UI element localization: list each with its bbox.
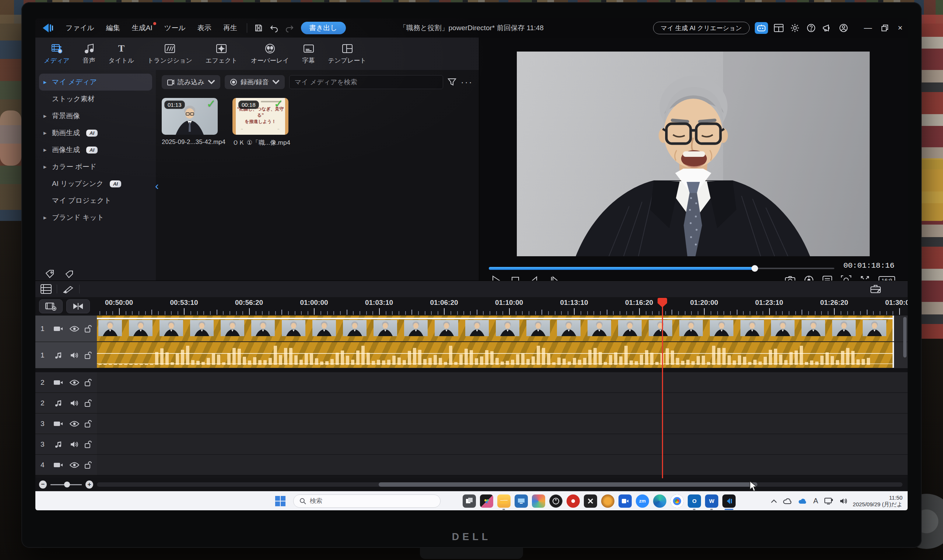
tab-メディア[interactable]: メディア <box>38 41 76 67</box>
start-button[interactable] <box>274 495 287 507</box>
undo-icon[interactable] <box>268 23 280 34</box>
collapse-panel-icon[interactable]: ‹ <box>155 180 159 191</box>
sidebar-item-画像生成[interactable]: ▶画像生成AI <box>39 142 152 158</box>
media-item-slide[interactable]: “把握し、つなぎ、見守る” を推進しよう！ ～ ～ 00:18 ✓ ＯＫ ①「職… <box>233 98 288 147</box>
tab-オーバーレイ[interactable]: オーバーレイ <box>245 41 296 67</box>
display-icon[interactable] <box>824 498 833 505</box>
taskbar-app-outlook[interactable]: O <box>688 494 701 508</box>
ai-assistant-icon[interactable] <box>755 22 768 34</box>
my-ai-creations-button[interactable]: マイ 生成 AI クリエーション <box>653 22 750 34</box>
taskbar-app-chrome[interactable] <box>670 494 684 508</box>
taskbar-app-zoom[interactable]: zm <box>636 494 649 508</box>
help-icon[interactable] <box>806 23 817 34</box>
taskbar-app-edge[interactable] <box>653 494 666 508</box>
lock-track-icon[interactable] <box>84 325 92 333</box>
media-item-video[interactable]: 01:13 ✓ 2025-09-2...35-42.mp4 <box>162 98 218 147</box>
add-track-button[interactable] <box>39 299 63 313</box>
import-media-button[interactable]: 読み込み <box>162 75 220 89</box>
sidebar-item-AI リップシンク[interactable]: AI リップシンクAI <box>39 175 152 192</box>
account-icon[interactable] <box>838 23 849 34</box>
toggle-visibility-icon[interactable] <box>66 326 83 332</box>
toggle-visibility-icon[interactable] <box>66 380 83 386</box>
volume-icon[interactable] <box>840 498 847 505</box>
lock-track-icon[interactable] <box>84 399 92 407</box>
timeline-clip-video[interactable] <box>97 315 894 341</box>
track-lane[interactable] <box>97 414 908 434</box>
layout-icon[interactable] <box>773 23 784 34</box>
horizontal-scrollbar[interactable] <box>97 482 903 487</box>
redo-icon[interactable] <box>284 23 295 34</box>
taskbar-search[interactable]: 検索 <box>293 494 441 508</box>
tab-音声[interactable]: 音声 <box>77 41 102 67</box>
taskbar-app-file-explorer[interactable] <box>497 494 510 508</box>
record-button[interactable]: 録画/録音 <box>225 75 285 89</box>
toggle-visibility-icon[interactable] <box>66 462 83 468</box>
lock-track-icon[interactable] <box>84 461 92 469</box>
tag-icon[interactable] <box>45 269 55 278</box>
horizontal-scrollbar-thumb[interactable] <box>379 482 757 487</box>
toggle-visibility-icon[interactable] <box>66 421 83 427</box>
taskbar-app-task-view[interactable] <box>463 494 476 508</box>
sidebar-item-マイ メディア[interactable]: ▶マイ メディア <box>39 74 152 91</box>
taskbar-app-power-media[interactable] <box>601 494 615 508</box>
taskbar-app-cyberlink-capture[interactable] <box>618 494 632 508</box>
track-lane[interactable] <box>97 393 908 414</box>
track-lane[interactable] <box>97 372 908 393</box>
toggle-mute-icon[interactable] <box>66 441 83 448</box>
menu-ツール[interactable]: ツール <box>159 20 191 36</box>
tray-chevron-icon[interactable] <box>771 499 777 503</box>
track-lane[interactable] <box>97 315 908 342</box>
menu-表示[interactable]: 表示 <box>191 20 217 36</box>
minimize-button[interactable]: — <box>864 23 872 33</box>
track-lane[interactable] <box>97 434 908 455</box>
toolbox-icon[interactable] <box>870 284 882 294</box>
ime-indicator[interactable]: A <box>814 497 818 505</box>
taskbar-app-app-x[interactable] <box>584 494 597 508</box>
announcements-icon[interactable] <box>822 23 833 34</box>
cloud-icon[interactable] <box>783 498 792 504</box>
zoom-slider[interactable] <box>51 480 82 489</box>
more-options-icon[interactable]: ··· <box>461 77 473 87</box>
sidebar-item-カラー ボード[interactable]: ▶カラー ボード <box>39 158 152 175</box>
zoom-out-button[interactable]: − <box>39 480 47 489</box>
lock-track-icon[interactable] <box>84 351 92 359</box>
menu-生成AI[interactable]: 生成AI <box>126 20 159 36</box>
tab-テンプレート[interactable]: テンプレート <box>322 41 373 67</box>
track-lane[interactable] <box>97 342 908 369</box>
taskbar-app-photos[interactable] <box>480 494 493 508</box>
lock-track-icon[interactable] <box>84 440 92 448</box>
timeline-clip-audio[interactable] <box>97 342 894 368</box>
filter-icon[interactable] <box>448 78 456 86</box>
taskbar-app-powerdirector[interactable] <box>723 494 736 508</box>
sidebar-item-動画生成[interactable]: ▶動画生成AI <box>39 125 152 142</box>
menu-編集[interactable]: 編集 <box>100 20 126 36</box>
settings-gear-icon[interactable] <box>789 23 800 34</box>
lock-track-icon[interactable] <box>84 378 92 386</box>
seek-handle[interactable] <box>752 265 758 272</box>
toggle-mute-icon[interactable] <box>66 352 83 358</box>
snap-trim-button[interactable] <box>66 299 90 313</box>
taskbar-clock[interactable]: 11:50 2025/09/29 (月)だよ <box>853 494 903 508</box>
tab-エフェクト[interactable]: エフェクト <box>199 41 244 67</box>
tab-トランジション[interactable]: トランジション <box>141 41 199 67</box>
close-button[interactable]: × <box>898 23 903 33</box>
taskbar-app-copilot[interactable] <box>532 494 545 508</box>
media-search-input[interactable] <box>289 75 443 89</box>
menu-再生[interactable]: 再生 <box>217 20 243 36</box>
taskbar-app-screen-viewer[interactable] <box>515 494 528 508</box>
sidebar-item-ブランド キット[interactable]: ▶ブランド キット <box>39 209 152 226</box>
menu-ファイル[interactable]: ファイル <box>60 20 100 36</box>
sidebar-item-背景画像[interactable]: ▶背景画像 <box>39 108 152 125</box>
lock-track-icon[interactable] <box>84 420 92 428</box>
track-manager-icon[interactable] <box>40 284 52 294</box>
export-button[interactable]: 書き出し <box>301 22 346 34</box>
zoom-in-button[interactable]: + <box>85 480 93 489</box>
onedrive-icon[interactable] <box>798 498 807 504</box>
tag2-icon[interactable] <box>65 269 74 278</box>
tab-タイトル[interactable]: Tタイトル <box>102 41 141 67</box>
toggle-mute-icon[interactable] <box>66 400 83 406</box>
sidebar-item-マイ プロジェクト[interactable]: マイ プロジェクト <box>39 192 152 209</box>
restore-button[interactable] <box>881 25 888 31</box>
tab-字幕[interactable]: 字幕 <box>296 41 321 67</box>
vertical-scrollbar[interactable] <box>903 317 906 357</box>
